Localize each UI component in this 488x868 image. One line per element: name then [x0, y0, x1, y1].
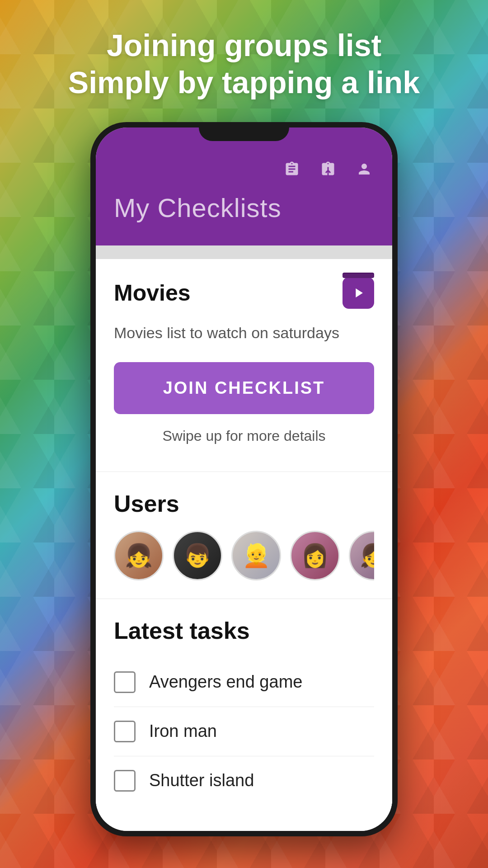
phone-frame: My Checklists Movies Movies li	[90, 122, 398, 836]
section-divider-1	[96, 472, 392, 472]
headline-line2: Simply by tapping a link	[68, 65, 420, 99]
checklist-section: Movies Movies list to watch on saturdays…	[114, 277, 374, 472]
task-item-3: Shutter island	[114, 756, 374, 805]
clipboard-icon[interactable]	[282, 159, 302, 179]
phone-notch	[199, 127, 289, 141]
swipe-hint: Swipe up for more details	[114, 428, 374, 444]
section-divider-2	[96, 599, 392, 599]
task-item-2: Iron man	[114, 707, 374, 756]
checklist-description: Movies list to watch on saturdays	[114, 322, 374, 344]
users-section-title: Users	[114, 490, 374, 517]
tasks-section: Latest tasks Avengers end game Iron man …	[114, 617, 374, 814]
user-avatar-1[interactable]: 👧	[114, 531, 164, 580]
join-checklist-button[interactable]: JOIN CHECKLIST	[114, 362, 374, 414]
app-title: My Checklists	[114, 193, 374, 223]
users-list: 👧 👦 👱 👩 👧	[114, 531, 374, 580]
phone-screen: My Checklists Movies Movies li	[96, 127, 392, 831]
scroll-content[interactable]: Movies Movies list to watch on saturdays…	[96, 259, 392, 831]
headline-line1: Joining groups list	[107, 28, 381, 62]
task-item-1: Avengers end game	[114, 658, 374, 707]
user-avatar-2[interactable]: 👦	[173, 531, 222, 580]
headline-text: Joining groups list Simply by tapping a …	[0, 27, 488, 101]
checklist-header: Movies	[114, 277, 374, 309]
profile-icon[interactable]	[354, 159, 374, 179]
tasks-section-title: Latest tasks	[114, 617, 374, 644]
task-label-2: Iron man	[149, 722, 217, 741]
user-avatar-3[interactable]: 👱	[231, 531, 281, 580]
user-avatar-5[interactable]: 👧	[349, 531, 374, 580]
headline-section: Joining groups list Simply by tapping a …	[0, 27, 488, 101]
video-icon-btn[interactable]	[343, 277, 374, 309]
users-section: Users 👧 👦 👱 👩	[114, 490, 374, 580]
task-checkbox-1[interactable]	[114, 671, 136, 693]
header-separator	[96, 245, 392, 259]
app-header: My Checklists	[96, 127, 392, 245]
task-checkbox-2[interactable]	[114, 721, 136, 742]
task-label-3: Shutter island	[149, 771, 254, 790]
download-checklist-icon[interactable]	[318, 159, 338, 179]
checklist-title: Movies	[114, 280, 191, 306]
task-checkbox-3[interactable]	[114, 770, 136, 792]
header-icons-row	[114, 146, 374, 179]
content-area: Movies Movies list to watch on saturdays…	[96, 259, 392, 814]
user-avatar-4[interactable]: 👩	[290, 531, 340, 580]
task-label-1: Avengers end game	[149, 672, 302, 692]
